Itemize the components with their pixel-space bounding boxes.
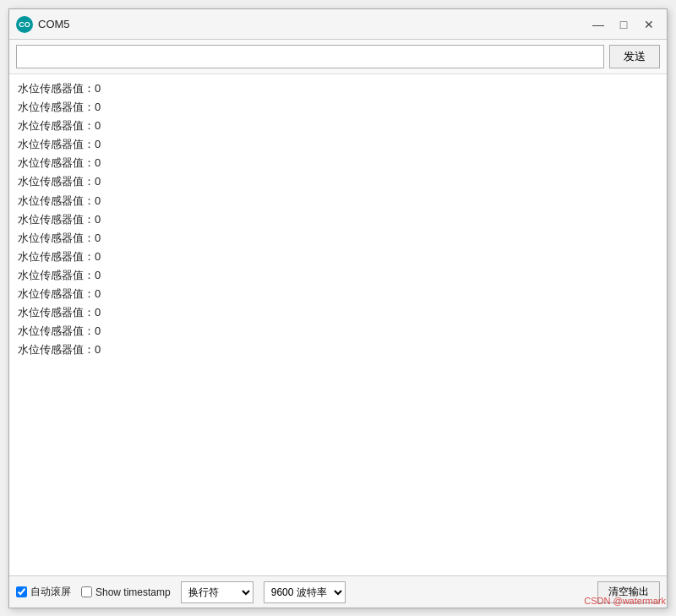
output-line: 水位传感器值：0	[18, 79, 658, 98]
output-line: 水位传感器值：0	[18, 322, 658, 341]
auto-scroll-checkbox[interactable]	[16, 586, 27, 597]
title-bar: CO COM5 — □ ✕	[9, 9, 667, 40]
output-line: 水位传感器值：0	[18, 303, 658, 322]
maximize-button[interactable]: □	[613, 16, 635, 33]
output-line: 水位传感器值：0	[18, 210, 658, 229]
app-icon-text: CO	[19, 20, 30, 29]
output-line: 水位传感器值：0	[18, 135, 658, 154]
output-line: 水位传感器值：0	[18, 98, 658, 117]
serial-input[interactable]	[16, 45, 604, 68]
output-line: 水位传感器值：0	[18, 229, 658, 248]
close-button[interactable]: ✕	[638, 16, 660, 33]
output-line: 水位传感器值：0	[18, 341, 658, 359]
auto-scroll-group: 自动滚屏	[16, 585, 71, 599]
auto-scroll-label[interactable]: 自动滚屏	[30, 585, 71, 599]
output-line: 水位传感器值：0	[18, 285, 658, 303]
minimize-button[interactable]: —	[587, 16, 609, 33]
line-ending-select[interactable]: 换行符回车回车+换行无	[181, 581, 254, 603]
title-left: CO COM5	[16, 16, 70, 33]
baud-rate-select[interactable]: 3001200240048009600 波特率19200384005760074…	[264, 581, 346, 603]
output-line: 水位传感器值：0	[18, 154, 658, 172]
send-button[interactable]: 发送	[609, 45, 660, 68]
main-window: CO COM5 — □ ✕ 发送 水位传感器值：0水位传感器值：0水位传感器值：…	[8, 8, 668, 608]
output-line: 水位传感器值：0	[18, 266, 658, 285]
clear-button[interactable]: 清空输出	[597, 581, 660, 603]
timestamp-checkbox[interactable]	[81, 586, 92, 597]
timestamp-label[interactable]: Show timestamp	[95, 586, 171, 598]
output-line: 水位传感器值：0	[18, 248, 658, 266]
timestamp-group: Show timestamp	[81, 586, 171, 598]
output-area: 水位传感器值：0水位传感器值：0水位传感器值：0水位传感器值：0水位传感器值：0…	[9, 74, 667, 575]
output-line: 水位传感器值：0	[18, 192, 658, 210]
window-controls: — □ ✕	[587, 16, 660, 33]
window-title: COM5	[38, 18, 70, 30]
input-bar: 发送	[9, 40, 667, 74]
output-line: 水位传感器值：0	[18, 117, 658, 135]
app-icon: CO	[16, 16, 33, 33]
bottom-bar: 自动滚屏 Show timestamp 换行符回车回车+换行无 30012002…	[9, 575, 667, 608]
output-line: 水位传感器值：0	[18, 172, 658, 191]
